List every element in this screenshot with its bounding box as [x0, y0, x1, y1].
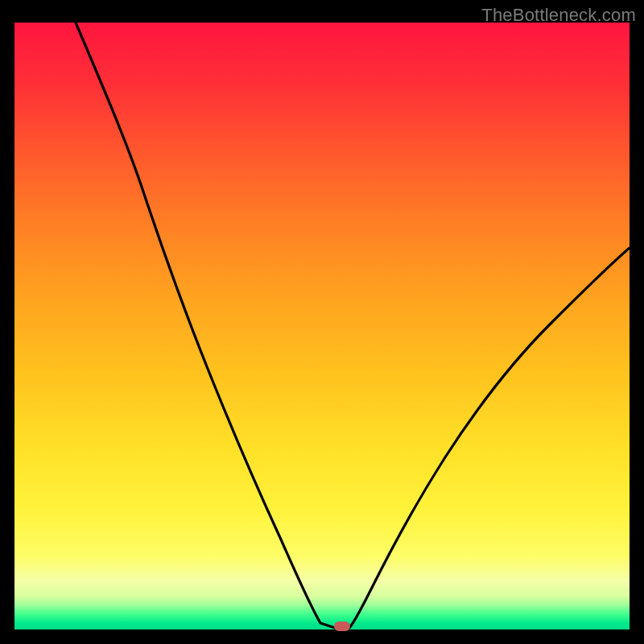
- plot-area: [14, 23, 630, 630]
- optimal-point-marker: [334, 621, 350, 631]
- curve-path: [76, 23, 630, 628]
- chart-frame: TheBottleneck.com: [0, 0, 644, 644]
- bottleneck-curve: [14, 23, 630, 630]
